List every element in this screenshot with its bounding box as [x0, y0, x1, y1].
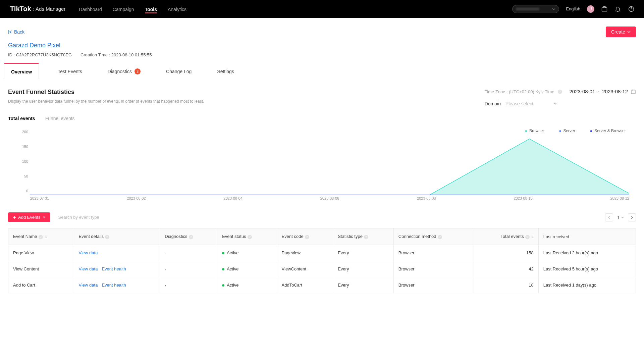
th-event-status: Event status? [217, 228, 277, 245]
y-tick: 0 [26, 189, 28, 193]
th-total-events[interactable]: Total events?⇅ [474, 228, 538, 245]
th-statistic-type: Statistic type? [333, 228, 394, 245]
cell-event-name: View Content [8, 261, 74, 277]
th-label: Statistic type [338, 234, 363, 239]
back-link[interactable]: Back [8, 29, 24, 35]
account-select[interactable] [512, 5, 559, 13]
table-row: Page ViewView data-ActivePageviewEveryBr… [8, 245, 636, 261]
x-tick: 2023-08-10 [514, 196, 532, 203]
cell-statistic-type: Every [333, 277, 394, 293]
brand-main: TikTok [10, 5, 31, 13]
caret-down-icon [43, 216, 46, 219]
th-event-code: Event code? [277, 228, 333, 245]
top-nav: TikTok : Ads Manager Dashboard Campaign … [0, 0, 644, 18]
avatar[interactable]: U [587, 5, 594, 13]
tab-change-log[interactable]: Change Log [159, 63, 198, 79]
cell-status: Active [217, 277, 277, 293]
plus-icon [13, 216, 16, 219]
th-label: Total events [500, 234, 524, 239]
date-from: 2023-08-01 [570, 89, 595, 94]
back-label: Back [14, 29, 24, 35]
pixel-creation-time: Creation Time : 2023-08-10 01:55:55 [80, 52, 152, 57]
stats-desc: Display the user behavior data funnel by… [8, 99, 204, 104]
bell-icon[interactable] [614, 6, 621, 12]
search-input[interactable] [58, 215, 132, 220]
info-icon[interactable]: ? [364, 235, 368, 239]
pager-next[interactable] [628, 213, 636, 221]
detail-link[interactable]: View data [79, 250, 98, 255]
detail-link[interactable]: View data [79, 266, 98, 271]
domain-placeholder: Please select [505, 101, 533, 106]
th-event-name[interactable]: Event Name?⇅ [8, 228, 74, 245]
pixel-id: ID : CJA2F2RC77U3K5NQT8EG [8, 52, 72, 57]
tab-label: Test Events [58, 69, 82, 74]
detail-link[interactable]: Event health [102, 283, 126, 288]
th-label: Last received [543, 234, 569, 239]
pager-prev[interactable] [605, 213, 613, 221]
briefcase-icon[interactable] [601, 6, 608, 12]
nav-item-tools[interactable]: Tools [145, 1, 157, 17]
th-label: Event code [282, 234, 304, 239]
brand-logo[interactable]: TikTok : Ads Manager [10, 5, 65, 13]
info-icon[interactable]: ? [438, 235, 442, 239]
tab-settings[interactable]: Settings [210, 63, 241, 79]
sort-icon[interactable]: ⇅ [531, 235, 534, 239]
add-events-button[interactable]: Add Events [8, 212, 50, 222]
chevron-down-icon [553, 102, 557, 105]
nav-item-campaign[interactable]: Campaign [113, 1, 134, 17]
cell-event-code: ViewContent [277, 261, 333, 277]
y-tick: 100 [22, 159, 28, 163]
info-icon[interactable]: ? [525, 235, 530, 239]
page-header-row: Back Create [8, 18, 636, 42]
x-tick: 2023-08-04 [224, 196, 243, 203]
sort-icon[interactable]: ⇅ [44, 235, 47, 239]
detail-tabs: Overview Test Events Diagnostics3 Change… [4, 63, 636, 79]
legend-browser[interactable]: Browser [525, 129, 544, 133]
subtab-total[interactable]: Total events [8, 116, 35, 122]
pixel-title[interactable]: Garazd Demo Pixel [8, 42, 636, 49]
info-icon[interactable]: ? [248, 235, 252, 239]
nav-item-dashboard[interactable]: Dashboard [79, 1, 102, 17]
domain-select[interactable]: Please select [505, 101, 557, 106]
cell-connection: Browser [393, 277, 474, 293]
pager-page[interactable]: 1 [617, 215, 624, 220]
domain-row: Domain Please select [485, 101, 636, 106]
svg-rect-0 [602, 7, 607, 11]
domain-label: Domain [485, 101, 501, 106]
tab-overview[interactable]: Overview [4, 63, 39, 79]
info-icon[interactable]: ? [189, 235, 193, 239]
date-range-picker[interactable]: 2023-08-01 - 2023-08-12 [570, 89, 636, 94]
language-switch[interactable]: English [566, 6, 580, 11]
legend-server[interactable]: Server [559, 129, 575, 133]
nav-item-analytics[interactable]: Analytics [168, 1, 186, 17]
tab-test-events[interactable]: Test Events [51, 63, 89, 79]
table-controls: Add Events 1 [8, 212, 636, 222]
cell-event-details: View data [74, 245, 160, 261]
info-icon[interactable]: ? [39, 235, 43, 239]
chart: 050100150200 2023-07-312023-08-022023-08… [8, 136, 636, 203]
cell-last-received: Last Received 2 hour(s) ago [538, 245, 636, 261]
status-dot-icon [222, 268, 224, 270]
chevron-down-icon [552, 7, 555, 11]
detail-link[interactable]: Event health [102, 266, 126, 271]
add-events-label: Add Events [18, 215, 41, 220]
create-label: Create [611, 29, 625, 35]
account-name-redacted [516, 8, 539, 10]
cell-total: 158 [474, 245, 538, 261]
help-icon[interactable] [628, 6, 635, 12]
subtab-funnel[interactable]: Funnel events [45, 116, 75, 122]
tab-diagnostics[interactable]: Diagnostics3 [101, 63, 147, 79]
info-icon[interactable]: ? [105, 235, 109, 239]
legend-server-browser[interactable]: Server & Browser [590, 129, 626, 133]
events-table: Event Name?⇅ Event details? Diagnostics?… [8, 228, 636, 293]
nav-items: Dashboard Campaign Tools Analytics [79, 1, 186, 17]
info-icon[interactable]: ? [305, 235, 309, 239]
event-view-tabs: Total events Funnel events [8, 116, 636, 122]
th-diagnostics: Diagnostics? [160, 228, 217, 245]
info-icon[interactable]: ? [558, 90, 562, 94]
detail-link[interactable]: View data [79, 283, 98, 288]
table-header-row: Event Name?⇅ Event details? Diagnostics?… [8, 228, 636, 245]
table-row: Add to CartView dataEvent health-ActiveA… [8, 277, 636, 293]
cell-event-details: View dataEvent health [74, 261, 160, 277]
create-button[interactable]: Create [606, 27, 636, 37]
